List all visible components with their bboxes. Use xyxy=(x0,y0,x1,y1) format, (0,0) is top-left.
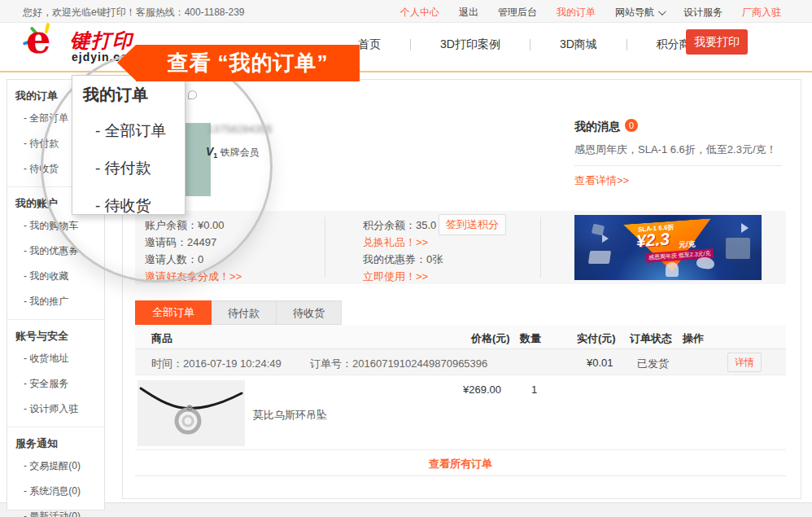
stats-divider xyxy=(540,217,541,278)
promo-banner[interactable]: SLA-1 6.6折 ¥2.3 元/克 感恩周年庆 低至2.3元/克 xyxy=(574,215,762,280)
redeem-gifts-link[interactable]: 兑换礼品！>> xyxy=(363,234,443,251)
nav-3d-print-cases[interactable]: 3D打印案例 xyxy=(440,37,500,52)
view-all-orders-link[interactable]: 查看所有订单 xyxy=(429,457,492,471)
points-balance: 积分余额：35.0 xyxy=(363,217,443,234)
product-price: ¥269.00 xyxy=(463,383,501,396)
product-name[interactable]: 莫比乌斯环吊坠 xyxy=(253,408,327,423)
necklace-graphic xyxy=(138,380,245,446)
stats-column-points: 积分余额：35.0 兑换礼品！>> 我的优惠券：0张 立即使用！>> xyxy=(363,217,443,285)
balance-value: 账户余额：¥0.00 xyxy=(145,217,242,234)
member-level-icon: V xyxy=(206,145,213,158)
nav-3d-mall[interactable]: 3D商城 xyxy=(560,37,597,52)
messages-title: 我的消息 xyxy=(574,120,620,134)
sidebar-item-trade-alerts[interactable]: - 交易提醒(0) xyxy=(15,453,104,479)
sidebar-section-security: 账号与安全 - 收货地址 - 安全服务 - 设计师入驻 xyxy=(7,320,104,427)
sidebar-section-notices: 服务通知 - 交易提醒(0) - 系统消息(0) - 最新活动(0) xyxy=(7,427,104,517)
top-bar: 您好，欢迎光临e键打印！客服热线：400-1188-239 个人中心 退出 管理… xyxy=(0,0,812,23)
col-quantity: 数量 xyxy=(520,331,541,346)
magnifier-title-my-orders[interactable]: 我的订单 xyxy=(83,84,148,106)
site-nav-label: 网站导航 xyxy=(615,6,654,20)
topbar-link-my-orders[interactable]: 我的订单 xyxy=(557,6,596,20)
order-tabs: 全部订单 待付款 待收货 xyxy=(135,300,342,325)
chevron-down-icon xyxy=(658,7,666,15)
product-quantity: 1 xyxy=(531,383,537,396)
account-stats-panel: 账户余额：¥0.00 邀请码：24497 邀请人数：0 邀请好友拿分成！>> 积… xyxy=(135,211,786,284)
order-product-row: 莫比乌斯环吊坠 ¥269.00 1 xyxy=(135,375,786,450)
orders-table-header: 商品 价格(元) 数量 实付(元) 订单状态 操作 xyxy=(135,325,786,349)
sidebar-item-latest-activity[interactable]: - 最新活动(0) xyxy=(15,504,104,517)
page: 您好，欢迎光临e键打印！客服热线：400-1188-239 个人中心 退出 管理… xyxy=(0,0,812,517)
magnifier-popup: 我的订单 - 全部订单 - 待付款 - 待收货 xyxy=(72,75,186,215)
member-level-number: 1 xyxy=(213,151,217,160)
sidebar-item-cart[interactable]: - 我的购物车 xyxy=(15,213,104,239)
sidebar-title-service-notices[interactable]: 服务通知 xyxy=(15,434,104,453)
topbar-link-logout[interactable]: 退出 xyxy=(459,6,478,20)
i-want-print-button[interactable]: 我要打印 xyxy=(686,29,748,55)
banner-triangle-right-icon xyxy=(741,223,749,233)
banner-machine-shape xyxy=(726,238,750,259)
banner-unit: 元/克 xyxy=(679,239,696,250)
order-status: 已发货 xyxy=(637,357,669,371)
sidebar-item-address[interactable]: - 收货地址 xyxy=(15,346,104,371)
messages-panel: 我的消息0 感恩周年庆，SLA-1 6.6折，低至2.3元/克！ 查看详情>> xyxy=(574,119,790,188)
nav-divider xyxy=(410,39,411,50)
invite-friends-link[interactable]: 邀请好友拿分成！>> xyxy=(145,268,242,285)
footer-strip xyxy=(0,502,812,517)
col-paid: 实付(元) xyxy=(577,331,616,346)
view-my-orders-callout: 查看 “我的订单” xyxy=(136,45,360,81)
coupons-count: 我的优惠券：0张 xyxy=(363,251,443,268)
order-time: 时间：2016-07-19 10:24:49 xyxy=(151,357,282,371)
topbar-link-design-service[interactable]: 设计服务 xyxy=(683,6,723,20)
order-paid-amount: ¥0.01 xyxy=(587,357,613,369)
stats-divider xyxy=(325,217,325,278)
topbar-link-vendor-join[interactable]: 厂商入驻 xyxy=(742,6,781,20)
banner-triangle-left-icon xyxy=(602,234,609,243)
messages-count-badge: 0 xyxy=(625,119,638,132)
magnifier-item-all-orders[interactable]: - 全部订单 xyxy=(95,120,167,142)
nav-divider xyxy=(530,39,530,50)
logo-e-glyph: e xyxy=(26,16,51,62)
magnifier-item-pending-payment[interactable]: - 待付款 xyxy=(95,158,151,179)
order-number: 订单号：20160719102449870965396 xyxy=(310,357,487,371)
banner-price: ¥2.3 xyxy=(635,230,670,252)
messages-divider xyxy=(574,165,782,166)
order-detail-button[interactable]: 详情 xyxy=(727,353,762,372)
main-content: 13758284355 V1 铁牌会员 我的消息0 感恩周年庆，SLA-1 6.… xyxy=(122,79,801,499)
welcome-text: 您好，欢迎光临e键打印！客服热线：400-1188-239 xyxy=(23,6,245,20)
sidebar-item-designer-join[interactable]: - 设计师入驻 xyxy=(15,397,104,422)
banner-printer-shape xyxy=(588,251,611,264)
main-nav: 首页 3D打印案例 3D商城 积分商城 xyxy=(358,37,702,52)
topbar-links: 个人中心 退出 管理后台 我的订单 网站导航 设计服务 厂商入驻 xyxy=(400,6,781,20)
col-product: 商品 xyxy=(151,331,172,346)
sidebar-title-account-security[interactable]: 账号与安全 xyxy=(15,326,104,346)
topbar-link-site-nav[interactable]: 网站导航 xyxy=(615,6,664,20)
product-image[interactable] xyxy=(138,380,245,446)
invite-code: 邀请码：24497 xyxy=(145,234,242,251)
topbar-link-admin[interactable]: 管理后台 xyxy=(498,6,537,20)
use-now-link[interactable]: 立即使用！>> xyxy=(363,268,443,285)
sidebar-item-favorites[interactable]: - 我的收藏 xyxy=(15,264,104,289)
sidebar-item-system-messages[interactable]: - 系统消息(0) xyxy=(15,479,104,504)
tab-pending-receipt[interactable]: 待收货 xyxy=(277,300,342,325)
tab-all-orders[interactable]: 全部订单 xyxy=(135,300,212,325)
tab-pending-payment[interactable]: 待付款 xyxy=(212,300,277,325)
nav-home[interactable]: 首页 xyxy=(358,37,381,52)
messages-text: 感恩周年庆，SLA-1 6.6折，低至2.3元/克！ xyxy=(574,142,790,157)
sidebar-item-promotion[interactable]: - 我的推广 xyxy=(15,289,104,314)
banner-figure-shape xyxy=(666,262,679,277)
nav-divider xyxy=(626,39,627,50)
magnifier-item-pending-receipt[interactable]: - 待收货 xyxy=(95,195,151,217)
view-details-link[interactable]: 查看详情>> xyxy=(574,173,629,188)
invite-count: 邀请人数：0 xyxy=(145,251,242,268)
signin-points-button[interactable]: 签到送积分 xyxy=(439,214,506,235)
sidebar-item-coupons[interactable]: - 我的优惠券 xyxy=(15,239,104,264)
topbar-link-user-center[interactable]: 个人中心 xyxy=(400,6,439,20)
sidebar-item-security-service[interactable]: - 安全服务 xyxy=(15,371,104,397)
username-blurred: 13758284355 xyxy=(207,123,273,135)
col-status: 订单状态 xyxy=(630,331,672,346)
col-price: 价格(元) xyxy=(471,331,510,346)
orders-footer-row: 查看所有订单 xyxy=(135,450,786,476)
member-badge: V1 铁牌会员 xyxy=(206,145,260,160)
col-action: 操作 xyxy=(683,331,704,346)
order-meta-row: 时间：2016-07-19 10:24:49 订单号：2016071910244… xyxy=(135,349,786,375)
